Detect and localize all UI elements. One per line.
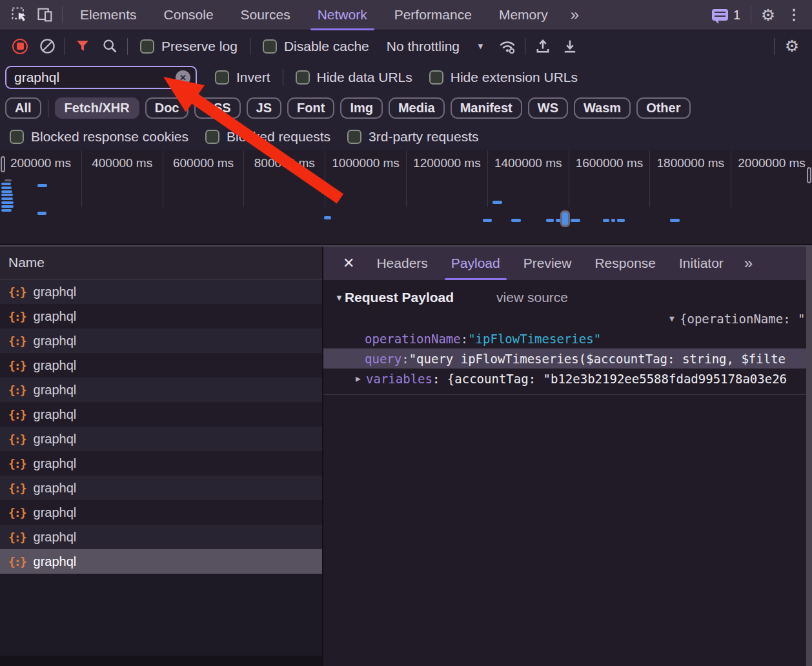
tab-headers[interactable]: Headers xyxy=(365,247,439,280)
view-source-link[interactable]: view source xyxy=(496,290,568,305)
timeline-bar xyxy=(511,219,521,222)
request-payload-section[interactable]: ▼ Request Payload view source xyxy=(323,287,812,308)
request-row[interactable]: {:}graphql xyxy=(0,525,322,549)
timeline-bar xyxy=(492,201,502,204)
filter-input[interactable] xyxy=(14,70,176,85)
checkbox[interactable] xyxy=(263,39,277,54)
request-row[interactable]: {:}graphql xyxy=(0,427,322,451)
json-file-icon: {:} xyxy=(8,530,26,544)
chip-fetch-xhr[interactable]: Fetch/XHR xyxy=(55,97,139,119)
checkbox[interactable] xyxy=(215,70,229,85)
timeline-bar xyxy=(1,190,12,193)
request-row[interactable]: {:}graphql xyxy=(0,378,322,402)
clear-network-log-button[interactable] xyxy=(34,33,61,60)
tab-console[interactable]: Console xyxy=(150,0,227,30)
checkbox[interactable] xyxy=(296,70,310,85)
tab-payload[interactable]: Payload xyxy=(440,247,512,280)
clear-filter-icon[interactable]: ✕ xyxy=(176,70,190,85)
tab-elements[interactable]: Elements xyxy=(66,0,150,30)
kebab-menu-icon[interactable]: ⋮ xyxy=(781,0,807,30)
vertical-scrollbar[interactable] xyxy=(806,247,812,666)
json-file-icon: {:} xyxy=(8,334,26,348)
hide-data-urls-checkbox[interactable]: Hide data URLs xyxy=(296,70,412,85)
chip-doc[interactable]: Doc xyxy=(145,97,189,119)
timeline-bar xyxy=(611,219,615,222)
horizontal-scrollbar-area[interactable] xyxy=(0,656,322,666)
divider xyxy=(774,38,775,55)
timeline-bar xyxy=(1,183,11,185)
timeline-tick: 600000 ms xyxy=(163,150,244,207)
close-icon[interactable]: ✕ xyxy=(332,255,365,272)
record-network-log-button[interactable] xyxy=(6,33,34,60)
tab-preview[interactable]: Preview xyxy=(512,247,584,280)
hide-extension-urls-checkbox[interactable]: Hide extension URLs xyxy=(429,70,578,85)
request-row[interactable]: {:}graphql xyxy=(0,500,322,525)
checkbox[interactable] xyxy=(347,130,361,144)
payload-query-line[interactable]: query: "query ipFlowTimeseries($accountT… xyxy=(323,348,812,368)
preserve-log-checkbox[interactable]: Preserve log xyxy=(140,39,238,54)
payload-operation-name-line[interactable]: operationName: "ipFlowTimeseries" xyxy=(323,328,812,348)
invert-checkbox[interactable]: Invert xyxy=(215,70,270,85)
chip-wasm[interactable]: Wasm xyxy=(574,97,631,119)
device-toolbar-icon[interactable] xyxy=(32,0,58,30)
tab-sources[interactable]: Sources xyxy=(227,0,304,30)
json-file-icon: {:} xyxy=(8,359,26,372)
more-tabs-icon[interactable]: » xyxy=(562,6,587,24)
chip-all[interactable]: All xyxy=(5,97,41,119)
tab-memory[interactable]: Memory xyxy=(485,0,562,30)
search-icon[interactable] xyxy=(96,33,123,60)
request-row-selected[interactable]: {:}graphql xyxy=(0,549,322,574)
chip-manifest[interactable]: Manifest xyxy=(451,97,522,119)
request-row[interactable]: {:}graphql xyxy=(0,402,322,427)
blocked-requests-checkbox[interactable]: Blocked requests xyxy=(205,129,330,145)
settings-gear-icon[interactable]: ⚙ xyxy=(755,0,781,30)
chip-other[interactable]: Other xyxy=(636,97,690,119)
tab-initiator[interactable]: Initiator xyxy=(667,247,735,280)
tab-network[interactable]: Network xyxy=(304,0,381,30)
chip-font[interactable]: Font xyxy=(287,97,334,119)
timeline-scroll-handle-right[interactable] xyxy=(807,167,811,183)
timeline-tick: 1800000 ms xyxy=(649,150,731,207)
import-har-icon[interactable] xyxy=(529,33,556,60)
checkbox[interactable] xyxy=(429,70,443,85)
inspect-element-icon[interactable] xyxy=(6,0,32,30)
name-column-header[interactable]: Name xyxy=(0,247,322,279)
tab-performance[interactable]: Performance xyxy=(381,0,485,30)
third-party-requests-checkbox[interactable]: 3rd-party requests xyxy=(347,129,478,145)
timeline-tick: 400000 ms xyxy=(81,150,163,207)
request-row[interactable]: {:}graphql xyxy=(0,304,322,328)
blocked-response-cookies-checkbox[interactable]: Blocked response cookies xyxy=(10,129,188,145)
payload-preview-line[interactable]: ▼ {operationName: "ipFlowTimeseries", va… xyxy=(323,308,812,328)
checkbox[interactable] xyxy=(205,130,219,144)
json-file-icon: {:} xyxy=(8,506,26,520)
issues-count: 1 xyxy=(733,8,740,23)
issues-icon[interactable] xyxy=(712,9,728,21)
request-row[interactable]: {:}graphql xyxy=(0,451,322,476)
export-har-icon[interactable] xyxy=(556,33,584,60)
tab-response[interactable]: Response xyxy=(583,247,667,280)
timeline-scroll-handle-left[interactable] xyxy=(1,156,5,172)
chip-ws[interactable]: WS xyxy=(528,97,568,119)
request-row[interactable]: {:}graphql xyxy=(0,353,322,378)
checkbox[interactable] xyxy=(10,130,24,144)
chip-js[interactable]: JS xyxy=(247,97,281,119)
request-row[interactable]: {:}graphql xyxy=(0,279,322,304)
network-overview-timeline[interactable]: 200000 ms 400000 ms 600000 ms 800000 ms … xyxy=(0,150,812,245)
network-settings-gear-icon[interactable]: ⚙ xyxy=(778,33,806,60)
payload-variables-line[interactable]: ▶ variables: {accountTag: "b12e3b2192ee5… xyxy=(323,368,812,388)
chevron-down-icon: ▼ xyxy=(476,41,485,51)
filter-icon[interactable] xyxy=(69,33,96,60)
chip-css[interactable]: CSS xyxy=(194,97,240,119)
throttling-dropdown[interactable]: No throttling ▼ xyxy=(387,39,485,54)
filter-input-box[interactable]: ✕ xyxy=(5,66,197,89)
more-detail-tabs-icon[interactable]: » xyxy=(735,254,760,272)
request-row[interactable]: {:}graphql xyxy=(0,476,322,500)
checkbox[interactable] xyxy=(140,39,154,54)
disable-cache-checkbox[interactable]: Disable cache xyxy=(263,39,369,54)
request-row[interactable]: {:}graphql xyxy=(0,328,322,353)
chip-media[interactable]: Media xyxy=(389,97,445,119)
network-conditions-icon[interactable] xyxy=(494,33,521,60)
timeline-bar xyxy=(556,219,561,222)
chip-img[interactable]: Img xyxy=(340,97,383,119)
divider xyxy=(751,6,751,23)
